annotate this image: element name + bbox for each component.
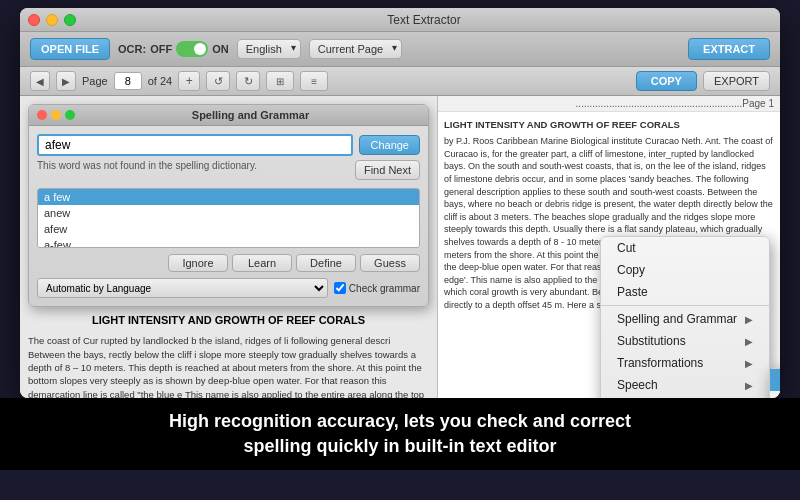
suggestion-item-3[interactable]: a-few xyxy=(38,237,419,248)
grid-icon-button[interactable]: ≡ xyxy=(300,71,328,91)
ocr-off-label: OFF xyxy=(150,43,172,55)
spell-max[interactable] xyxy=(65,110,75,120)
add-page-button[interactable]: + xyxy=(178,71,200,91)
ocr-on-label: ON xyxy=(212,43,229,55)
refresh2-button[interactable]: ↻ xyxy=(236,71,260,91)
next-page-button[interactable]: ▶ xyxy=(56,71,76,91)
language-dropdown[interactable]: English xyxy=(237,39,301,59)
right-panel: ........................................… xyxy=(438,96,780,398)
pagination-bar: ◀ ▶ Page of 24 + ↺ ↻ ⊞ ≡ COPY EXPORT xyxy=(20,67,780,96)
spell-traffic-lights xyxy=(37,110,75,120)
spell-message: This word was not found in the spelling … xyxy=(37,160,257,171)
language-selector[interactable]: Automatic by Language xyxy=(37,278,328,298)
menu-item-spelling[interactable]: Spelling and Grammar ▶ Show Spelling and… xyxy=(601,308,769,330)
submenu-item-check-doc[interactable]: Check Document Now xyxy=(770,391,780,398)
learn-button[interactable]: Learn xyxy=(232,254,292,272)
doc-title: LIGHT INTENSITY AND GROWTH OF REEF CORAL… xyxy=(28,313,429,328)
spell-min[interactable] xyxy=(51,110,61,120)
suggestions-list[interactable]: a few anew afew a-few xyxy=(37,188,420,248)
traffic-lights xyxy=(28,14,76,26)
submenu-spelling: Show Spelling and Grammar Check Document… xyxy=(769,368,780,398)
spell-close[interactable] xyxy=(37,110,47,120)
close-button[interactable] xyxy=(28,14,40,26)
define-button[interactable]: Define xyxy=(296,254,356,272)
menu-item-paste[interactable]: Paste xyxy=(601,281,769,303)
spell-word-row: Change xyxy=(37,134,420,156)
spell-action-buttons: Ignore Learn Define Guess xyxy=(37,254,420,272)
find-next-button[interactable]: Find Next xyxy=(355,160,420,180)
check-grammar-checkbox[interactable] xyxy=(334,282,346,294)
submenu-arrow-trans: ▶ xyxy=(745,358,753,369)
ignore-button[interactable]: Ignore xyxy=(168,254,228,272)
right-panel-header: ........................................… xyxy=(438,96,780,112)
guess-button[interactable]: Guess xyxy=(360,254,420,272)
ocr-toggle[interactable] xyxy=(176,41,208,57)
minimize-button[interactable] xyxy=(46,14,58,26)
export-button[interactable]: EXPORT xyxy=(703,71,770,91)
app-window: Text Extractor OPEN FILE OCR: OFF ON Eng… xyxy=(20,8,780,398)
menu-item-substitutions[interactable]: Substitutions ▶ xyxy=(601,330,769,352)
maximize-button[interactable] xyxy=(64,14,76,26)
total-pages: of 24 xyxy=(148,75,172,87)
spell-body: Change This word was not found in the sp… xyxy=(29,126,428,306)
open-file-button[interactable]: OPEN FILE xyxy=(30,38,110,60)
ocr-group: OCR: OFF ON xyxy=(118,41,229,57)
suggestion-item-0[interactable]: a few xyxy=(38,189,419,205)
submenu-arrow-sub: ▶ xyxy=(745,336,753,347)
caption-text: High recognition accuracy, lets you chec… xyxy=(169,409,631,459)
menu-item-transformations[interactable]: Transformations ▶ xyxy=(601,352,769,374)
page-label: Page xyxy=(82,75,108,87)
toolbar: OPEN FILE OCR: OFF ON English Current Pa… xyxy=(20,32,780,67)
suggestion-item-2[interactable]: afew xyxy=(38,221,419,237)
ocr-title: LIGHT INTENSITY AND GROWTH OF REEF CORAL… xyxy=(444,118,774,131)
context-menu: Cut Copy Paste Spelling and Grammar ▶ Sh… xyxy=(600,236,770,398)
menu-item-speech[interactable]: Speech ▶ xyxy=(601,374,769,396)
prev-page-button[interactable]: ◀ xyxy=(30,71,50,91)
main-content: Spelling and Grammar Change This word wa… xyxy=(20,96,780,398)
view-icon-button[interactable]: ⊞ xyxy=(266,71,294,91)
spell-dialog: Spelling and Grammar Change This word wa… xyxy=(28,104,429,307)
window-title: Text Extractor xyxy=(76,13,772,27)
page-selector-dropdown[interactable]: Current Page xyxy=(309,39,402,59)
caption-bar: High recognition accuracy, lets you chec… xyxy=(0,398,800,470)
spell-dialog-title: Spelling and Grammar xyxy=(81,109,420,121)
menu-separator-1 xyxy=(601,305,769,306)
spell-title-bar: Spelling and Grammar xyxy=(29,105,428,126)
menu-item-layout[interactable]: Layout Orientation ▶ xyxy=(601,396,769,398)
submenu-arrow-spelling: ▶ xyxy=(745,314,753,325)
page-input[interactable] xyxy=(114,72,142,90)
ocr-label: OCR: xyxy=(118,43,146,55)
document-text: LIGHT INTENSITY AND GROWTH OF REEF CORAL… xyxy=(28,313,429,398)
refresh-button[interactable]: ↺ xyxy=(206,71,230,91)
copy-button[interactable]: COPY xyxy=(636,71,697,91)
check-grammar-label[interactable]: Check grammar xyxy=(334,282,420,294)
spell-word-input[interactable] xyxy=(37,134,353,156)
submenu-item-show-spelling[interactable]: Show Spelling and Grammar xyxy=(770,369,780,391)
spell-bottom: Automatic by Language Check grammar xyxy=(37,278,420,298)
change-button[interactable]: Change xyxy=(359,135,420,155)
menu-item-copy[interactable]: Copy xyxy=(601,259,769,281)
title-bar: Text Extractor xyxy=(20,8,780,32)
menu-item-cut[interactable]: Cut xyxy=(601,237,769,259)
left-panel: Spelling and Grammar Change This word wa… xyxy=(20,96,438,398)
extract-button[interactable]: EXTRACT xyxy=(688,38,770,60)
suggestion-item-1[interactable]: anew xyxy=(38,205,419,221)
submenu-arrow-speech: ▶ xyxy=(745,380,753,391)
doc-body: The coast of Cur rupted by landlocked b … xyxy=(28,334,429,398)
